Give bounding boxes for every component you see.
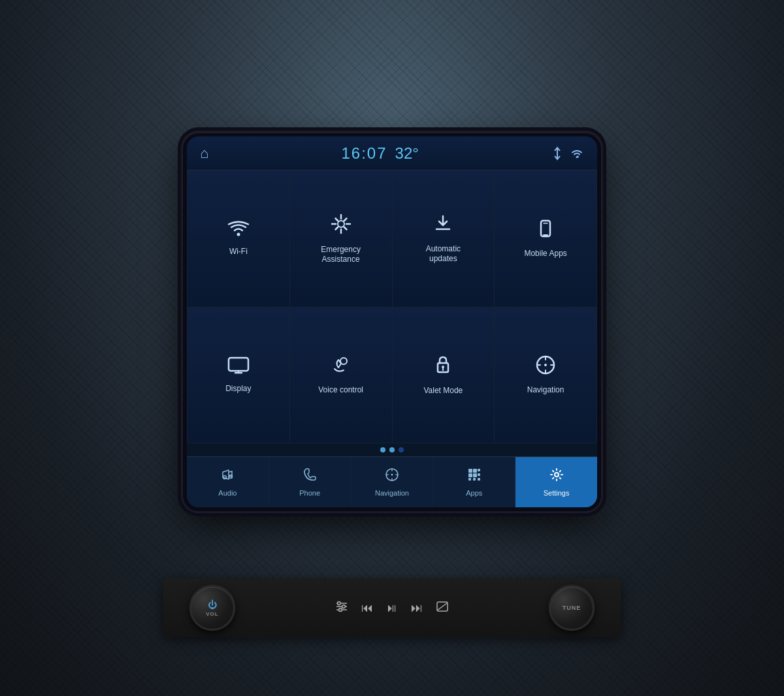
svg-point-32 <box>342 605 346 608</box>
screen-container: ⌂ 16:07 32° <box>183 133 601 511</box>
wifi-label: Wi-Fi <box>229 247 248 257</box>
header-right <box>551 146 584 161</box>
nav-navigation-icon <box>385 467 399 486</box>
media-controls: ⏮ ⏯ ⏭ <box>335 601 449 616</box>
svg-rect-23 <box>478 473 480 476</box>
voice-label: Voice control <box>318 385 363 396</box>
home-icon[interactable]: ⌂ <box>200 145 208 162</box>
nav-settings[interactable]: Settings <box>515 457 597 507</box>
settings-grid: Wi-Fi EmergencyAssistance <box>187 170 597 443</box>
prev-button[interactable]: ⏮ <box>361 601 373 615</box>
settings-label: Settings <box>544 489 570 497</box>
svg-point-14 <box>223 476 227 479</box>
infotainment-screen: ⌂ 16:07 32° <box>187 136 597 507</box>
temperature-display: 32° <box>395 144 419 163</box>
nav-navigation[interactable]: Navigation <box>351 457 433 507</box>
svg-point-27 <box>555 473 559 477</box>
dot-2 <box>389 447 395 452</box>
nav-apps[interactable]: Apps <box>433 457 515 507</box>
valet-icon <box>433 354 453 379</box>
apps-label: Apps <box>466 489 482 497</box>
svg-point-33 <box>339 608 342 611</box>
navigation-bar: Audio Phone <box>187 456 597 507</box>
eq-button[interactable] <box>335 601 348 616</box>
voice-icon <box>331 355 351 379</box>
display-cell[interactable]: Display <box>188 308 289 443</box>
svg-rect-24 <box>468 478 471 481</box>
tune-knob[interactable]: TUNE <box>549 585 595 631</box>
physical-controls: ⏻ VOL ⏮ ⏯ ⏭ TUN <box>163 578 621 637</box>
navigation-grid-label: Navigation <box>527 385 564 396</box>
voice-cell[interactable]: Voice control <box>290 308 392 443</box>
svg-point-8 <box>340 358 347 364</box>
navigation-cell[interactable]: Navigation <box>495 308 596 443</box>
mobile-apps-label: Mobile Apps <box>524 249 566 259</box>
emergency-cell[interactable]: EmergencyAssistance <box>290 171 392 307</box>
vol-label: VOL <box>206 611 218 617</box>
svg-point-31 <box>338 601 341 605</box>
dot-3 <box>399 447 404 452</box>
svg-rect-25 <box>473 478 476 481</box>
play-pause-button[interactable]: ⏯ <box>386 601 398 615</box>
svg-point-17 <box>391 474 393 476</box>
header-bar: ⌂ 16:07 32° <box>187 136 597 170</box>
valet-cell[interactable]: Valet Mode <box>393 308 495 443</box>
display-label: Display <box>225 384 251 394</box>
updates-label: Automaticupdates <box>426 244 461 264</box>
valet-label: Valet Mode <box>423 386 463 396</box>
tune-label: TUNE <box>563 605 581 611</box>
audio-label: Audio <box>218 489 237 497</box>
header-left: ⌂ <box>200 145 208 162</box>
svg-point-1 <box>576 156 578 158</box>
emergency-icon <box>330 213 352 238</box>
svg-rect-20 <box>478 469 480 471</box>
updates-cell[interactable]: Automaticupdates <box>393 171 495 307</box>
mobile-apps-cell[interactable]: Mobile Apps <box>495 171 596 307</box>
emergency-label: EmergencyAssistance <box>321 245 361 265</box>
time-display: 16:07 <box>341 144 387 163</box>
wifi-icon <box>227 220 250 240</box>
screen-button[interactable] <box>436 601 449 616</box>
nav-phone[interactable]: Phone <box>269 457 351 507</box>
mobile-apps-icon <box>535 218 556 242</box>
navigation-nav-label: Navigation <box>375 489 409 497</box>
volume-knob[interactable]: ⏻ VOL <box>189 585 235 631</box>
svg-rect-22 <box>473 473 477 477</box>
dot-1 <box>380 447 385 452</box>
svg-rect-26 <box>478 478 480 481</box>
apps-icon <box>467 467 482 486</box>
page-dots <box>187 443 597 456</box>
display-icon <box>227 356 250 377</box>
svg-rect-19 <box>473 469 477 473</box>
svg-point-3 <box>338 221 344 227</box>
navigation-icon <box>535 355 556 379</box>
svg-point-13 <box>544 364 547 366</box>
phone-label: Phone <box>299 489 320 497</box>
svg-rect-7 <box>229 358 248 371</box>
svg-line-35 <box>437 603 448 610</box>
header-center: 16:07 32° <box>341 144 418 163</box>
phone-icon <box>302 467 317 486</box>
audio-icon <box>220 467 235 486</box>
nav-audio[interactable]: Audio <box>187 457 269 507</box>
svg-point-2 <box>237 233 240 236</box>
signal-sort-icon <box>551 146 563 161</box>
power-icon: ⏻ <box>208 599 217 610</box>
updates-icon <box>433 214 453 238</box>
svg-rect-18 <box>468 469 472 473</box>
next-button[interactable]: ⏭ <box>411 601 423 615</box>
settings-icon <box>549 467 564 486</box>
svg-rect-21 <box>468 473 472 477</box>
wifi-cell[interactable]: Wi-Fi <box>188 171 289 307</box>
wifi-header-icon <box>570 148 584 159</box>
